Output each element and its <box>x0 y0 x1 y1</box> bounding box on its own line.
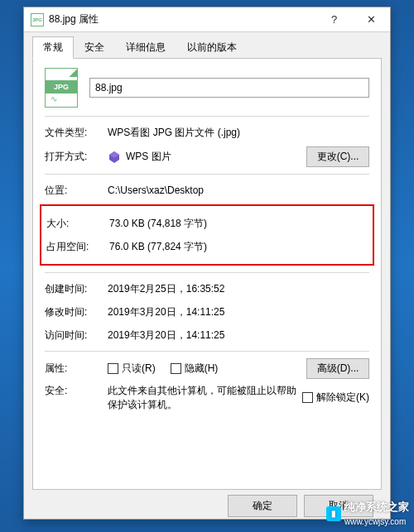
tab-security[interactable]: 安全 <box>74 36 115 58</box>
label-size-on-disk: 占用空间: <box>46 240 109 254</box>
ok-button[interactable]: 确定 <box>228 495 297 517</box>
close-button[interactable]: ✕ <box>353 7 390 31</box>
tab-general[interactable]: 常规 <box>32 36 74 59</box>
value-security-text: 此文件来自其他计算机，可能被阻止以帮助保护该计算机。 <box>108 384 302 412</box>
watermark-logo-icon: ▮ <box>326 506 341 521</box>
properties-dialog: JPG 88.jpg 属性 ? ✕ 常规 安全 详细信息 以前的版本 JPG ∿… <box>23 7 391 520</box>
value-size: 73.0 KB (74,818 字节) <box>109 217 368 231</box>
value-created: 2019年2月25日，16:35:52 <box>108 282 369 296</box>
titlebar-file-icon: JPG <box>31 13 44 26</box>
value-location: C:\Users\xaz\Desktop <box>108 185 369 196</box>
filename-input[interactable]: 88.jpg <box>89 78 369 98</box>
label-size: 大小: <box>46 217 109 231</box>
tab-details[interactable]: 详细信息 <box>115 36 176 58</box>
unblock-checkbox[interactable]: 解除锁定(K) <box>302 391 369 405</box>
value-modified: 2019年3月20日，14:11:25 <box>108 305 369 319</box>
label-filetype: 文件类型: <box>45 126 108 140</box>
label-attributes: 属性: <box>45 362 108 376</box>
value-accessed: 2019年3月20日，14:11:25 <box>108 328 369 343</box>
size-highlight-box: 大小: 73.0 KB (74,818 字节) 占用空间: 76.0 KB (7… <box>40 204 374 266</box>
label-accessed: 访问时间: <box>45 328 108 343</box>
watermark: ▮ 纯净系统之家 www.ycwjsy.com <box>326 500 409 527</box>
titlebar: JPG 88.jpg 属性 ? ✕ <box>24 7 390 32</box>
tab-strip: 常规 安全 详细信息 以前的版本 <box>32 36 382 59</box>
watermark-url: www.ycwjsy.com <box>344 517 406 526</box>
change-button[interactable]: 更改(C)... <box>306 146 369 167</box>
readonly-checkbox[interactable]: 只读(R) <box>108 362 156 376</box>
value-filetype: WPS看图 JPG 图片文件 (.jpg) <box>108 126 369 140</box>
label-security: 安全: <box>45 384 108 398</box>
label-opens-with: 打开方式: <box>45 150 108 164</box>
tab-panel-general: JPG ∿ 88.jpg 文件类型: WPS看图 JPG 图片文件 (.jpg)… <box>32 58 382 490</box>
help-button[interactable]: ? <box>315 7 353 31</box>
watermark-text: 纯净系统之家 <box>344 501 409 513</box>
label-location: 位置: <box>45 184 108 198</box>
titlebar-title: 88.jpg 属性 <box>49 12 315 26</box>
wps-app-icon <box>108 151 121 164</box>
advanced-button[interactable]: 高级(D)... <box>306 358 369 379</box>
tab-previous-versions[interactable]: 以前的版本 <box>176 36 248 58</box>
value-size-on-disk: 76.0 KB (77,824 字节) <box>109 240 368 254</box>
label-created: 创建时间: <box>45 282 108 296</box>
hidden-checkbox[interactable]: 隐藏(H) <box>171 362 219 376</box>
file-type-icon: JPG ∿ <box>45 68 78 108</box>
label-modified: 修改时间: <box>45 305 108 319</box>
value-opens-with: WPS 图片 <box>126 150 171 164</box>
